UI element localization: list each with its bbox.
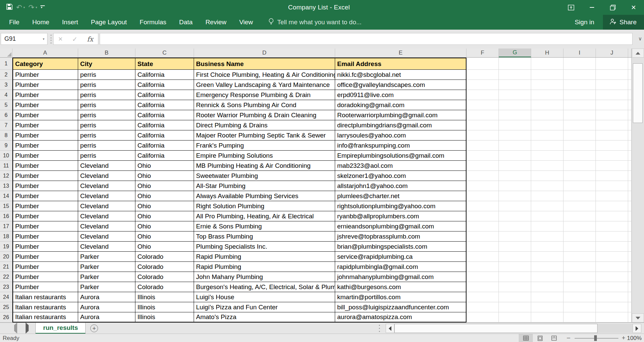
cell-G24[interactable] [499, 292, 531, 302]
cell-F4[interactable] [466, 90, 499, 100]
zoom-level[interactable]: 100% [627, 335, 642, 342]
cell-K15[interactable] [628, 201, 632, 211]
cell-A2[interactable]: Plumber [12, 70, 78, 80]
cell-K10[interactable] [628, 151, 632, 161]
cell-C6[interactable]: California [135, 110, 194, 120]
row-header-4[interactable]: 4 [0, 90, 12, 100]
row-header-17[interactable]: 17 [0, 221, 12, 231]
row-header-19[interactable]: 19 [0, 242, 12, 252]
cell-H7[interactable] [531, 120, 564, 130]
cell-J26[interactable] [596, 312, 628, 322]
cell-C13[interactable]: Ohio [135, 181, 194, 191]
cell-I23[interactable] [564, 282, 596, 292]
cell-G16[interactable] [499, 211, 531, 221]
row-header-2[interactable]: 2 [0, 70, 12, 80]
normal-view-icon[interactable] [519, 334, 533, 342]
cell-B26[interactable]: Aurora [78, 312, 135, 322]
cell-G8[interactable] [499, 130, 531, 141]
cell-J5[interactable] [596, 100, 628, 110]
cell-G3[interactable] [499, 80, 531, 90]
cell-F23[interactable] [466, 282, 499, 292]
row-header-11[interactable]: 11 [0, 161, 12, 171]
cell-K14[interactable] [628, 191, 632, 201]
cell-B24[interactable]: Aurora [78, 292, 135, 302]
cell-C20[interactable]: Colorado [135, 252, 194, 262]
zoom-out-icon[interactable]: − [567, 334, 571, 342]
cell-J23[interactable] [596, 282, 628, 292]
cell-E2[interactable]: nikki.fc@sbcglobal.net [335, 70, 466, 80]
cell-D12[interactable]: Sweetwater Plumbing [194, 171, 335, 181]
cell-E1[interactable]: Email Address [335, 58, 466, 70]
cell-D21[interactable]: Rapid Plumbing [194, 262, 335, 272]
cell-K19[interactable] [628, 242, 632, 252]
cell-H5[interactable] [531, 100, 564, 110]
cell-H11[interactable] [531, 161, 564, 171]
cell-H1[interactable] [531, 58, 564, 70]
cell-B12[interactable]: Cleveland [78, 171, 135, 181]
name-box-dropdown-icon[interactable]: ▾ [43, 37, 44, 41]
cell-B20[interactable]: Parker [78, 252, 135, 262]
cell-F24[interactable] [466, 292, 499, 302]
cell-H19[interactable] [531, 242, 564, 252]
cell-I17[interactable] [564, 221, 596, 231]
cell-G6[interactable] [499, 110, 531, 120]
cell-G19[interactable] [499, 242, 531, 252]
cell-C10[interactable]: California [135, 151, 194, 161]
cell-I13[interactable] [564, 181, 596, 191]
cell-B23[interactable]: Parker [78, 282, 135, 292]
cell-E10[interactable]: Empireplumbingsolutions@gmail.com [335, 151, 466, 161]
cell-H15[interactable] [531, 201, 564, 211]
cell-I3[interactable] [564, 80, 596, 90]
cell-G15[interactable] [499, 201, 531, 211]
enter-check-icon[interactable]: ✓ [72, 35, 77, 43]
cell-A19[interactable]: Plumber [12, 242, 78, 252]
cell-A8[interactable]: Plumber [12, 130, 78, 141]
row-header-24[interactable]: 24 [0, 292, 12, 302]
cell-C24[interactable]: Illinois [135, 292, 194, 302]
cell-D2[interactable]: First Choice Plumbing, Heating & Air Con… [194, 70, 335, 80]
column-header-G[interactable]: G [499, 49, 531, 57]
cell-C9[interactable]: California [135, 141, 194, 151]
cell-F10[interactable] [466, 151, 499, 161]
column-header-D[interactable]: D [194, 49, 335, 57]
cell-B14[interactable]: Cleveland [78, 191, 135, 201]
cell-C8[interactable]: California [135, 130, 194, 141]
cell-J17[interactable] [596, 221, 628, 231]
cell-H17[interactable] [531, 221, 564, 231]
ribbon-tab-review[interactable]: Review [199, 15, 233, 30]
row-header-23[interactable]: 23 [0, 282, 12, 292]
cell-H13[interactable] [531, 181, 564, 191]
cell-K8[interactable] [628, 130, 632, 141]
cell-H4[interactable] [531, 90, 564, 100]
scroll-left-icon[interactable] [386, 324, 394, 333]
cell-C7[interactable]: California [135, 120, 194, 130]
cell-H16[interactable] [531, 211, 564, 221]
row-header-26[interactable]: 26 [0, 312, 12, 322]
cell-I26[interactable] [564, 312, 596, 322]
cell-I7[interactable] [564, 120, 596, 130]
column-header-E[interactable]: E [335, 49, 466, 57]
cell-E7[interactable]: directplumbingdrians@gmail.com [335, 120, 466, 130]
sign-in-button[interactable]: Sign in [566, 19, 603, 26]
cell-I10[interactable] [564, 151, 596, 161]
cell-I14[interactable] [564, 191, 596, 201]
row-header-5[interactable]: 5 [0, 100, 12, 110]
vertical-scroll-thumb[interactable] [633, 63, 643, 123]
cell-H9[interactable] [531, 141, 564, 151]
cell-F15[interactable] [466, 201, 499, 211]
cell-D14[interactable]: Always Available Plumbing Services [194, 191, 335, 201]
cell-A3[interactable]: Plumber [12, 80, 78, 90]
cell-C19[interactable]: Ohio [135, 242, 194, 252]
formula-input[interactable] [100, 33, 633, 45]
cell-K9[interactable] [628, 141, 632, 151]
row-header-20[interactable]: 20 [0, 252, 12, 262]
horizontal-scroll-thumb[interactable] [394, 324, 598, 333]
row-header-8[interactable]: 8 [0, 130, 12, 141]
cell-K24[interactable] [628, 292, 632, 302]
cell-A23[interactable]: Plumber [12, 282, 78, 292]
cell-J7[interactable] [596, 120, 628, 130]
column-header-B[interactable]: B [78, 49, 135, 57]
cell-F18[interactable] [466, 231, 499, 242]
cell-B3[interactable]: perris [78, 80, 135, 90]
cell-H18[interactable] [531, 231, 564, 242]
